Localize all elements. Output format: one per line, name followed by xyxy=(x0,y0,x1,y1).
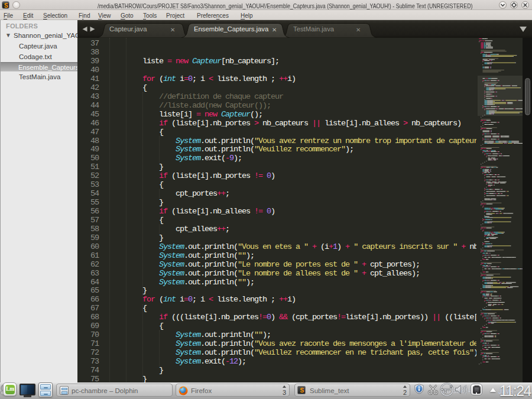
svg-text:Capteur.java: Capteur.java xyxy=(109,25,147,33)
svg-text:Ensemble_Capteurs.java: Ensemble_Capteurs.java xyxy=(194,25,269,33)
svg-text:✕: ✕ xyxy=(272,27,277,33)
svg-text:TestMain.java: TestMain.java xyxy=(293,25,335,33)
svg-text:✕: ✕ xyxy=(356,27,361,33)
svg-text:✕: ✕ xyxy=(170,27,175,33)
